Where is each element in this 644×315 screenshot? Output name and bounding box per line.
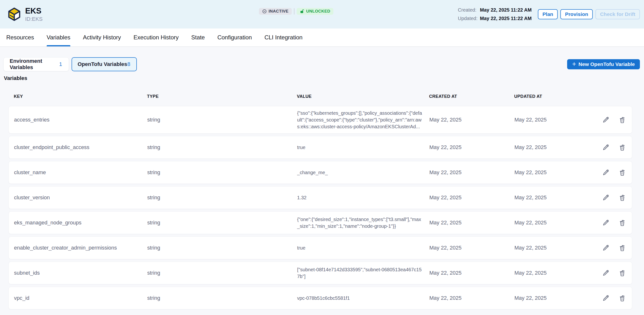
edit-variable-button[interactable] bbox=[602, 294, 610, 302]
table-row: eks_managed_node_groups string {"one":{"… bbox=[8, 211, 632, 234]
variable-updated-at: May 22, 2025 bbox=[514, 194, 583, 201]
updated-value: May 22, 2025 11:22 AM bbox=[480, 16, 532, 21]
trash-icon bbox=[618, 294, 626, 302]
trash-icon bbox=[618, 169, 626, 176]
trash-icon bbox=[618, 194, 626, 201]
variable-value: 1.32 bbox=[297, 194, 423, 201]
delete-variable-button[interactable] bbox=[618, 116, 626, 124]
created-value: May 22, 2025 11:22 AM bbox=[480, 7, 532, 13]
column-header-updated-at: UPDATED AT bbox=[514, 94, 582, 99]
tab-execution-history[interactable]: Execution History bbox=[134, 28, 179, 46]
timestamps: Created: May 22, 2025 11:22 AM Updated: … bbox=[458, 7, 532, 21]
table-row: cluster_name string _change_me_ May 22, … bbox=[8, 161, 632, 184]
minus-circle-icon bbox=[262, 9, 267, 14]
variable-updated-at: May 22, 2025 bbox=[514, 295, 583, 301]
variable-value: {"one":{"desired_size":1,"instance_types… bbox=[297, 216, 423, 230]
delete-variable-button[interactable] bbox=[618, 294, 626, 302]
page-title: EKS bbox=[25, 6, 42, 15]
delete-variable-button[interactable] bbox=[618, 143, 626, 151]
column-header-key: KEY bbox=[14, 94, 147, 99]
pencil-icon bbox=[602, 116, 610, 124]
table-header: KEY TYPE VALUE CREATED AT UPDATED AT bbox=[8, 94, 644, 99]
variable-type: string bbox=[147, 169, 297, 176]
badge-divider bbox=[294, 8, 294, 14]
plan-button[interactable]: Plan bbox=[538, 9, 558, 19]
delete-variable-button[interactable] bbox=[618, 244, 626, 252]
variable-created-at: May 22, 2025 bbox=[429, 295, 514, 301]
tab-configuration[interactable]: Configuration bbox=[217, 28, 252, 46]
variable-value: {"sso":{"kubernetes_groups":[],"policy_a… bbox=[297, 110, 423, 130]
table-row: enable_cluster_creator_admin_permissions… bbox=[8, 237, 632, 259]
trash-icon bbox=[618, 143, 626, 151]
edit-variable-button[interactable] bbox=[602, 169, 610, 176]
variable-updated-at: May 22, 2025 bbox=[514, 270, 583, 276]
delete-variable-button[interactable] bbox=[618, 219, 626, 227]
variable-created-at: May 22, 2025 bbox=[429, 144, 514, 150]
edit-variable-button[interactable] bbox=[602, 194, 610, 201]
variable-value: ["subnet-08f14e7142d333595","subnet-0680… bbox=[297, 266, 423, 280]
variable-key: eks_managed_node_groups bbox=[14, 220, 147, 226]
table-row: cluster_endpoint_public_access string tr… bbox=[8, 136, 632, 159]
status-badge-inactive: INACTIVE bbox=[259, 8, 292, 15]
tab-activity-history[interactable]: Activity History bbox=[83, 28, 121, 46]
variable-type: string bbox=[147, 144, 297, 150]
variable-created-at: May 22, 2025 bbox=[429, 245, 514, 251]
app-header: EKS ID:EKS INACTIVE UNLOCKED Created: Ma… bbox=[0, 0, 644, 28]
unlock-icon bbox=[300, 9, 304, 14]
new-variable-button-label: New OpenTofu Variable bbox=[578, 61, 635, 67]
variable-value: vpc-078b51c6cbc5581f1 bbox=[297, 295, 423, 302]
status-badge-label: INACTIVE bbox=[268, 9, 289, 14]
opentofu-variables-filter[interactable]: OpenTofu Variables 8 bbox=[72, 57, 137, 71]
variable-updated-at: May 22, 2025 bbox=[514, 144, 583, 150]
table-row: access_entries string {"sso":{"kubernete… bbox=[8, 106, 632, 134]
pencil-icon bbox=[602, 294, 610, 302]
variable-key: enable_cluster_creator_admin_permissions bbox=[14, 245, 147, 251]
section-title: Variables bbox=[4, 75, 644, 81]
opentofu-variables-count: 8 bbox=[128, 61, 130, 67]
plus-icon: + bbox=[572, 61, 576, 67]
cube-logo-icon bbox=[7, 7, 22, 22]
updated-label: Updated: bbox=[458, 16, 478, 21]
variable-key: access_entries bbox=[14, 117, 147, 123]
lock-status-badge: UNLOCKED bbox=[296, 8, 334, 15]
check-for-drift-button[interactable]: Check for Drift bbox=[596, 9, 640, 19]
table-row: cluster_version string 1.32 May 22, 2025… bbox=[8, 186, 632, 209]
tab-state[interactable]: State bbox=[191, 28, 205, 46]
delete-variable-button[interactable] bbox=[618, 269, 626, 277]
edit-variable-button[interactable] bbox=[602, 116, 610, 124]
delete-variable-button[interactable] bbox=[618, 169, 626, 176]
edit-variable-button[interactable] bbox=[602, 269, 610, 277]
environment-variables-filter[interactable]: Environment Variables 1 bbox=[4, 57, 69, 71]
table-row: subnet_ids string ["subnet-08f14e7142d33… bbox=[8, 262, 632, 284]
pencil-icon bbox=[602, 143, 610, 151]
variable-key: vpc_id bbox=[14, 295, 147, 301]
opentofu-variables-label: OpenTofu Variables bbox=[78, 61, 127, 67]
pencil-icon bbox=[602, 244, 610, 252]
variable-type: string bbox=[147, 117, 297, 123]
column-header-type: TYPE bbox=[147, 94, 297, 99]
variable-type: string bbox=[147, 295, 297, 301]
created-label: Created: bbox=[458, 7, 478, 13]
tab-resources[interactable]: Resources bbox=[6, 28, 34, 46]
variable-key: cluster_endpoint_public_access bbox=[14, 144, 147, 150]
pencil-icon bbox=[602, 269, 610, 277]
tab-variables[interactable]: Variables bbox=[47, 28, 70, 46]
pencil-icon bbox=[602, 219, 610, 227]
edit-variable-button[interactable] bbox=[602, 244, 610, 252]
delete-variable-button[interactable] bbox=[618, 194, 626, 201]
new-opentofu-variable-button[interactable]: + New OpenTofu Variable bbox=[567, 59, 640, 69]
edit-variable-button[interactable] bbox=[602, 219, 610, 227]
status-badges: INACTIVE UNLOCKED bbox=[259, 8, 333, 15]
column-header-created-at: CREATED AT bbox=[429, 94, 514, 99]
tab-cli-integration[interactable]: CLI Integration bbox=[264, 28, 302, 46]
variable-updated-at: May 22, 2025 bbox=[514, 117, 583, 123]
table-row: vpc_id string vpc-078b51c6cbc5581f1 May … bbox=[8, 287, 632, 310]
variable-key: subnet_ids bbox=[14, 270, 147, 276]
main-tab-bar: Resources Variables Activity History Exe… bbox=[0, 28, 644, 47]
edit-variable-button[interactable] bbox=[602, 143, 610, 151]
variable-value: true bbox=[297, 144, 423, 151]
trash-icon bbox=[618, 116, 626, 124]
variable-type: string bbox=[147, 220, 297, 226]
variable-updated-at: May 22, 2025 bbox=[514, 169, 583, 176]
provision-button[interactable]: Provision bbox=[560, 9, 593, 19]
